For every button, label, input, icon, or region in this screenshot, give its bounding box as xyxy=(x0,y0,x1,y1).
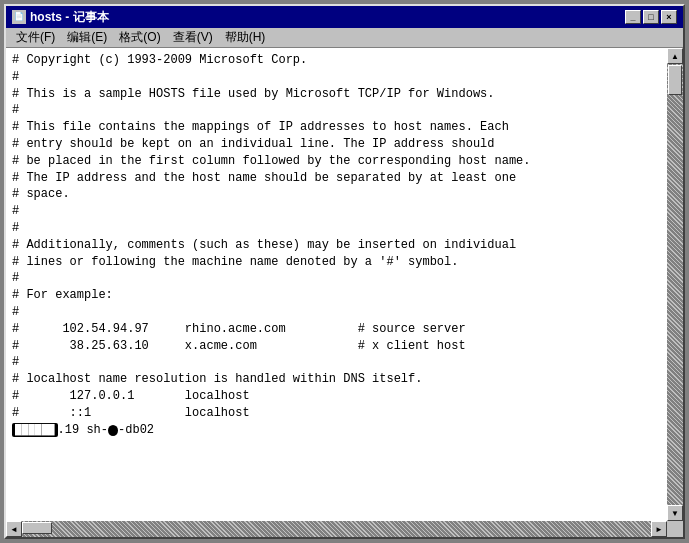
maximize-button[interactable]: □ xyxy=(643,10,659,24)
scroll-down-arrow[interactable]: ▼ xyxy=(667,505,683,521)
horizontal-scrollbar-container: ◄ ► xyxy=(6,521,683,537)
scroll-thumb[interactable] xyxy=(668,65,682,95)
main-window: 📄 hosts - 记事本 _ □ × 文件(F) 编辑(E) 格式(O) 查看… xyxy=(4,4,685,539)
vertical-scrollbar[interactable]: ▲ ▼ xyxy=(667,48,683,521)
scroll-left-arrow[interactable]: ◄ xyxy=(6,521,22,537)
scroll-track[interactable] xyxy=(667,64,683,505)
text-editor[interactable]: # Copyright (c) 1993-2009 Microsoft Corp… xyxy=(6,48,667,521)
window-icon: 📄 xyxy=(12,10,26,24)
title-bar-left: 📄 hosts - 记事本 xyxy=(12,9,109,26)
menu-edit[interactable]: 编辑(E) xyxy=(61,27,113,48)
menu-help[interactable]: 帮助(H) xyxy=(219,27,272,48)
minimize-button[interactable]: _ xyxy=(625,10,641,24)
content-wrapper: # Copyright (c) 1993-2009 Microsoft Corp… xyxy=(6,48,683,521)
scroll-up-arrow[interactable]: ▲ xyxy=(667,48,683,64)
menu-format[interactable]: 格式(O) xyxy=(113,27,166,48)
scroll-h-track[interactable] xyxy=(22,521,651,537)
scrollbar-corner xyxy=(667,521,683,537)
menu-file[interactable]: 文件(F) xyxy=(10,27,61,48)
window-title: hosts - 记事本 xyxy=(30,9,109,26)
scroll-h-thumb[interactable] xyxy=(22,522,52,534)
scroll-right-arrow[interactable]: ► xyxy=(651,521,667,537)
menu-view[interactable]: 查看(V) xyxy=(167,27,219,48)
title-bar-buttons: _ □ × xyxy=(625,10,677,24)
menu-bar: 文件(F) 编辑(E) 格式(O) 查看(V) 帮助(H) xyxy=(6,28,683,48)
title-bar: 📄 hosts - 记事本 _ □ × xyxy=(6,6,683,28)
close-button[interactable]: × xyxy=(661,10,677,24)
